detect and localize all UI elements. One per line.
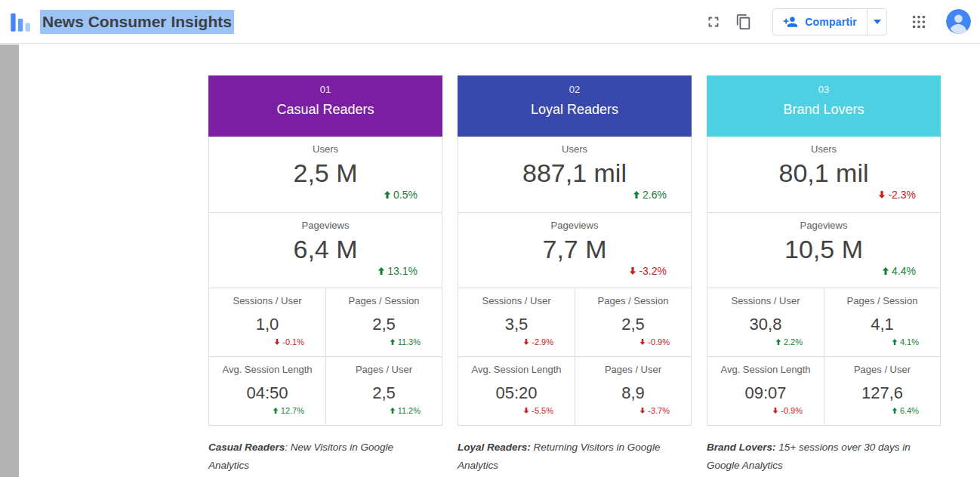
appbar-actions: Compartir xyxy=(698,7,971,37)
trend-arrow-icon xyxy=(378,267,385,275)
card-number: 03 xyxy=(707,83,941,97)
metric-delta: 13.1% xyxy=(378,265,418,277)
card-title: Brand Lovers xyxy=(707,102,941,118)
delta-value: -2.9% xyxy=(532,337,553,346)
metric-value: 80,1 mil xyxy=(778,157,868,189)
card-metrics: Users 887,1 mil 2.6% Pageviews 7,7 M -3.… xyxy=(458,137,692,426)
data-studio-logo-icon[interactable] xyxy=(8,9,33,35)
delta-value: 0.5% xyxy=(393,189,418,201)
metric-row: Sessions / User 3,5 -2.9% Pages / Sessio… xyxy=(458,288,691,356)
share-options-dropdown[interactable] xyxy=(867,9,886,35)
canvas-left-gutter xyxy=(0,45,19,477)
metric-value: 04:50 xyxy=(246,383,288,404)
delta-value: -0.1% xyxy=(282,337,304,346)
delta-value: -3.7% xyxy=(648,406,670,415)
metric-value: 8,9 xyxy=(621,383,645,404)
metric-delta: 11.3% xyxy=(390,337,421,346)
metric-delta: -2.9% xyxy=(523,337,553,346)
metric-row: Sessions / User 30,8 2.2% Pages / Sessio… xyxy=(707,288,940,356)
dropdown-caret-icon xyxy=(874,20,881,24)
share-button[interactable]: Compartir xyxy=(772,8,887,35)
trend-arrow-icon xyxy=(390,408,396,414)
app-header: News Consumer Insights Compartir xyxy=(0,0,980,44)
report-title[interactable]: News Consumer Insights xyxy=(40,13,234,31)
metric-value: 3,5 xyxy=(505,314,529,335)
delta-value: 6.4% xyxy=(900,406,919,415)
trend-arrow-icon xyxy=(274,339,280,345)
metric-label: Pages / Session xyxy=(598,295,669,307)
card-title: Loyal Readers xyxy=(458,102,692,118)
trend-arrow-icon xyxy=(892,408,898,414)
metric-value: 4,1 xyxy=(871,314,894,335)
pages-per-session-metric: Pages / Session 2,5 11.3% xyxy=(325,288,442,356)
metric-delta: 0.5% xyxy=(384,189,418,201)
metric-delta: 6.4% xyxy=(892,406,919,415)
metric-label: Users xyxy=(562,143,587,155)
delta-value: 12.7% xyxy=(281,406,304,415)
metric-label: Pageviews xyxy=(800,220,848,232)
caption-casual-readers: Casual Readers: New Visitors in Google A… xyxy=(208,439,435,475)
avg-session-length-metric: Avg. Session Length 05:20 -5.5% xyxy=(458,357,575,425)
metric-row: Avg. Session Length 09:07 -0.9% Pages / … xyxy=(707,356,940,425)
metric-value: 09:07 xyxy=(744,383,786,404)
metric-label: Users xyxy=(313,143,338,155)
metric-value: 05:20 xyxy=(495,383,537,404)
metric-value: 2,5 xyxy=(372,383,396,404)
delta-value: -5.5% xyxy=(532,406,553,415)
trend-arrow-icon xyxy=(629,267,636,275)
sessions-per-user-metric: Sessions / User 30,8 2.2% xyxy=(707,288,824,356)
delta-value: -2.3% xyxy=(888,189,916,201)
metric-label: Sessions / User xyxy=(233,295,301,307)
metric-value: 127,6 xyxy=(861,383,903,404)
metric-value: 7,7 M xyxy=(542,233,606,265)
pages-per-user-metric: Pages / User 2,5 11.2% xyxy=(325,357,442,425)
avg-session-length-metric: Avg. Session Length 09:07 -0.9% xyxy=(707,357,824,425)
metric-delta: 11.2% xyxy=(390,406,421,415)
avatar[interactable] xyxy=(946,9,971,34)
caption-brand-lovers: Brand Lovers: 15+ sessions over 30 days … xyxy=(707,439,933,475)
delta-value: 11.2% xyxy=(398,406,421,415)
trend-arrow-icon xyxy=(639,339,646,345)
report-title-text[interactable]: News Consumer Insights xyxy=(40,10,234,34)
caption-loyal-readers: Loyal Readers: Returning Visitors in Goo… xyxy=(458,439,684,475)
caption-term: Brand Lovers: xyxy=(707,442,776,453)
card-metrics: Users 2,5 M 0.5% Pageviews 6,4 M 13.1% S… xyxy=(208,137,442,426)
metric-row: Avg. Session Length 05:20 -5.5% Pages / … xyxy=(458,356,691,425)
pages-per-session-metric: Pages / Session 2,5 -0.9% xyxy=(575,288,691,356)
metric-delta: 4.1% xyxy=(892,337,919,346)
card-number: 02 xyxy=(458,83,692,97)
metric-delta: -0.9% xyxy=(772,406,803,415)
trend-arrow-icon xyxy=(882,267,889,275)
delta-value: -0.9% xyxy=(648,337,670,346)
metric-delta: -2.3% xyxy=(878,189,916,201)
metric-delta: 4.4% xyxy=(882,265,916,277)
trend-arrow-icon xyxy=(523,408,529,414)
metric-label: Avg. Session Length xyxy=(222,364,312,376)
metric-delta: 12.7% xyxy=(273,406,304,415)
scorecard-loyal-readers: 02 Loyal Readers Users 887,1 mil 2.6% Pa… xyxy=(458,75,692,426)
metric-delta: -0.9% xyxy=(639,337,670,346)
delta-value: -0.9% xyxy=(781,406,803,415)
apps-grid-button[interactable] xyxy=(904,7,934,37)
metric-label: Pages / User xyxy=(356,364,412,376)
metric-label: Avg. Session Length xyxy=(720,364,810,376)
metric-label: Pageviews xyxy=(302,220,350,232)
avatar-person-icon xyxy=(946,9,971,34)
metric-label: Pageviews xyxy=(551,220,599,232)
metric-label: Pages / User xyxy=(854,364,911,376)
fullscreen-button[interactable] xyxy=(698,7,729,37)
metric-row: Avg. Session Length 04:50 12.7% Pages / … xyxy=(209,356,442,425)
metric-value: 2,5 xyxy=(372,314,396,335)
pageviews-metric: Pageviews 10,5 M 4.4% xyxy=(707,212,940,288)
metric-label: Pages / Session xyxy=(349,295,420,307)
card-header: 03 Brand Lovers xyxy=(707,75,941,137)
trend-arrow-icon xyxy=(878,191,886,198)
trend-arrow-icon xyxy=(775,339,781,345)
delta-value: 2.6% xyxy=(643,189,667,201)
share-button-main[interactable]: Compartir xyxy=(773,9,867,35)
copy-report-button[interactable] xyxy=(729,7,759,37)
avg-session-length-metric: Avg. Session Length 04:50 12.7% xyxy=(209,357,325,425)
fullscreen-icon xyxy=(705,14,722,30)
share-button-label: Compartir xyxy=(805,16,857,28)
metric-value: 2,5 M xyxy=(293,157,357,189)
